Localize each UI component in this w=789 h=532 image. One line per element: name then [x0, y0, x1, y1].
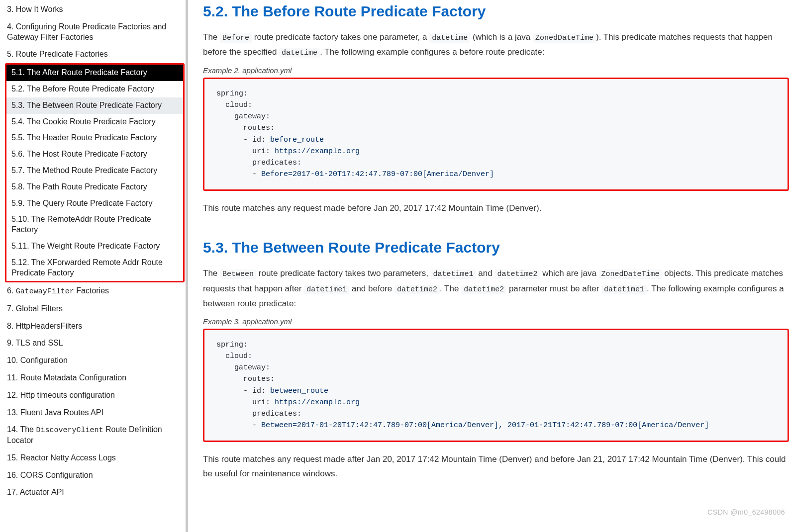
nav-subsection-5: 5.1. The After Route Predicate Factory 5…	[5, 63, 185, 282]
nav-item[interactable]: 9. TLS and SSL	[0, 335, 186, 352]
nav-item[interactable]: 5.6. The Host Route Predicate Factory	[6, 146, 183, 163]
code-literal: ZonedDateTime	[533, 33, 596, 43]
code-block: spring: cloud: gateway: routes: - id: be…	[216, 339, 776, 432]
nav-item[interactable]: 3. How It Works	[0, 1, 186, 18]
nav-item[interactable]: 5.2. The Before Route Predicate Factory	[6, 81, 183, 97]
example-3-codebox: spring: cloud: gateway: routes: - id: be…	[203, 329, 789, 442]
nav-item[interactable]: 8. HttpHeadersFilters	[0, 318, 186, 335]
nav-label-post: Factories	[74, 286, 109, 295]
nav-label-pre: 14. The	[7, 425, 36, 434]
code-literal: datetime2	[394, 285, 440, 294]
section-5-3-link[interactable]: 5.3. The Between Route Predicate Factory	[203, 239, 500, 256]
code-literal: datetime1	[304, 285, 349, 294]
example-2-codebox: spring: cloud: gateway: routes: - id: be…	[203, 78, 789, 191]
nav-item[interactable]: 12. Http timeouts configuration	[0, 387, 186, 404]
nav-item[interactable]: 5.10. The RemoteAddr Route Predicate Fac…	[6, 211, 183, 238]
watermark: CSDN @m0_62498006	[707, 508, 785, 516]
code-literal: Between	[220, 269, 256, 279]
code-literal: ZonedDateTime	[599, 269, 662, 279]
nav-item[interactable]: 5.11. The Weight Route Predicate Factory	[6, 238, 183, 255]
nav-item[interactable]: 5. Route Predicate Factories	[0, 46, 186, 63]
example-3-title: Example 3. application.yml	[203, 317, 789, 326]
section-5-2-para-1: The Before route predicate factory takes…	[203, 30, 789, 60]
nav-item[interactable]: 11. Route Metadata Configuration	[0, 369, 186, 387]
nav-label-code: GatewayFilter	[16, 287, 74, 296]
nav-item-hover[interactable]: 5.3. The Between Route Predicate Factory	[6, 97, 183, 114]
code-literal: datetime2	[461, 285, 506, 294]
main-content: 5.2. The Before Route Predicate Factory …	[188, 0, 789, 532]
code-literal: datetime1	[431, 269, 476, 279]
nav-label-pre: 6.	[7, 286, 16, 295]
nav-item[interactable]: 5.7. The Method Route Predicate Factory	[6, 163, 183, 179]
section-5-2-link[interactable]: 5.2. The Before Route Predicate Factory	[203, 3, 486, 19]
nav-item[interactable]: 7. Global Filters	[0, 300, 186, 318]
nav-item[interactable]: 10. Configuration	[0, 352, 186, 369]
sidebar: 3. How It Works 4. Configuring Route Pre…	[0, 0, 188, 532]
nav-label-code: DiscoveryClient	[36, 426, 103, 435]
nav-item[interactable]: 16. CORS Configuration	[0, 467, 186, 484]
code-literal: datetime	[429, 33, 470, 43]
nav-item[interactable]: 15. Reactor Netty Access Logs	[0, 449, 186, 467]
nav-item[interactable]: 17. Actuator API	[0, 484, 186, 501]
code-literal: datetime1	[601, 285, 647, 294]
code-block: spring: cloud: gateway: routes: - id: be…	[216, 88, 776, 180]
code-literal: Before	[220, 33, 252, 43]
nav-item[interactable]: 5.9. The Query Route Predicate Factory	[6, 195, 183, 212]
section-5-2-heading: 5.2. The Before Route Predicate Factory	[203, 3, 789, 20]
nav-item[interactable]: 14. The DiscoveryClient Route Definition…	[0, 421, 186, 449]
nav-item[interactable]: 5.8. The Path Route Predicate Factory	[6, 179, 183, 195]
nav-item[interactable]: 5.4. The Cookie Route Predicate Factory	[6, 114, 183, 130]
nav-item[interactable]: 5.12. The XForwarded Remote Addr Route P…	[6, 255, 183, 281]
section-5-3-para-2: This route matches any request made afte…	[203, 452, 789, 482]
nav-item[interactable]: 6. GatewayFilter Factories	[0, 282, 186, 300]
example-2-title: Example 2. application.yml	[203, 66, 789, 75]
section-5-2-para-2: This route matches any request made befo…	[203, 201, 789, 216]
nav-item-selected[interactable]: 5.1. The After Route Predicate Factory	[6, 65, 183, 81]
section-5-3-para-1: The Between route predicate factory take…	[203, 266, 789, 311]
nav-item[interactable]: 5.5. The Header Route Predicate Factory	[6, 130, 183, 146]
nav-item[interactable]: 13. Fluent Java Routes API	[0, 404, 186, 422]
code-literal: datetime	[279, 48, 320, 58]
section-5-3-heading: 5.3. The Between Route Predicate Factory	[203, 239, 789, 256]
code-literal: datetime2	[494, 269, 540, 279]
nav-item[interactable]: 4. Configuring Route Predicate Factories…	[0, 18, 186, 46]
